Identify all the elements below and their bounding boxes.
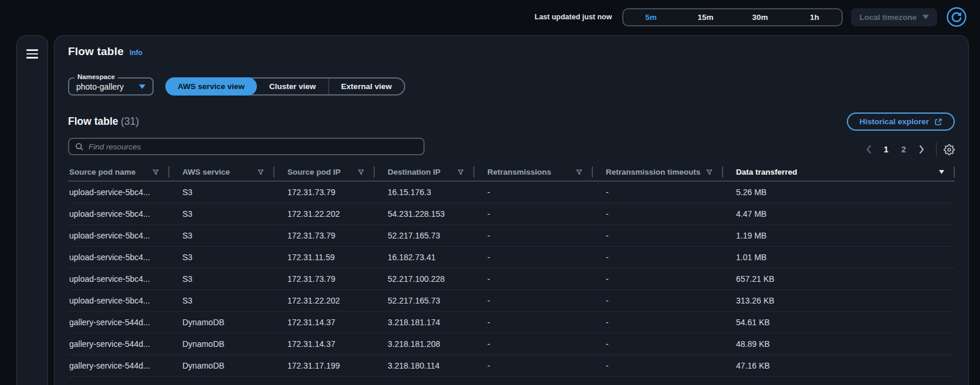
cell-destination-ip: 54.231.228.153 xyxy=(375,203,474,224)
refresh-button[interactable] xyxy=(945,6,968,28)
cell-source-pod-ip: 172.31.73.79 xyxy=(274,182,375,203)
table-row[interactable]: upload-service-5bc4...S3172.31.73.7952.2… xyxy=(68,268,955,290)
table-head: Source pod nameAWS serviceSource pod IPD… xyxy=(68,165,955,182)
cell-source-pod-name: upload-service-5bc4... xyxy=(68,247,169,268)
cell-retransmissions: - xyxy=(474,268,593,289)
table-row[interactable]: upload-service-5bc4...S3172.31.22.20254.… xyxy=(68,203,955,225)
namespace-label: Namespace xyxy=(74,73,118,80)
panel-header: Flow table Info xyxy=(68,45,955,58)
cell-retransmissions: - xyxy=(474,225,593,246)
cell-destination-ip: 16.182.73.41 xyxy=(375,247,474,268)
cell-source-pod-name: upload-service-5bc4... xyxy=(68,182,169,203)
historical-explorer-button[interactable]: Historical explorer xyxy=(847,113,955,131)
cell-data-transferred: 4.47 MB xyxy=(723,203,955,224)
cell-retransmission-timeouts: - xyxy=(593,247,723,268)
cell-source-pod-name: gallery-service-544d... xyxy=(68,312,169,333)
column-header-source-pod-name[interactable]: Source pod name xyxy=(68,165,169,180)
column-header-destination-ip[interactable]: Destination IP xyxy=(375,165,474,180)
cell-data-transferred: 47.16 KB xyxy=(723,355,955,376)
cell-source-pod-ip: 172.31.14.37 xyxy=(274,333,375,355)
cell-retransmission-timeouts: - xyxy=(593,182,723,203)
search-input[interactable] xyxy=(89,142,418,151)
time-range-1h[interactable]: 1h xyxy=(787,9,842,25)
search-icon xyxy=(75,142,84,151)
cell-retransmissions: - xyxy=(474,247,593,268)
last-updated-text: Last updated just now xyxy=(535,13,612,21)
cell-retransmission-timeouts: - xyxy=(593,203,723,224)
cell-retransmissions: - xyxy=(474,290,593,311)
timezone-select[interactable]: Local timezone xyxy=(851,8,937,26)
pagination: 12 xyxy=(861,142,955,157)
page-button-2[interactable]: 2 xyxy=(896,142,911,157)
table-settings-button[interactable] xyxy=(944,144,955,155)
cell-data-transferred: 657.21 KB xyxy=(723,268,955,289)
cell-aws-service: DynamoDB xyxy=(169,333,274,355)
info-link[interactable]: Info xyxy=(130,49,143,57)
gear-icon xyxy=(944,144,955,155)
refresh-icon xyxy=(946,6,967,28)
filter-icon[interactable] xyxy=(257,169,264,175)
search-row: 12 xyxy=(68,136,955,157)
column-header-aws-service[interactable]: AWS service xyxy=(169,165,274,180)
chevron-right-icon xyxy=(919,145,924,154)
table-row[interactable]: upload-service-5bc4...S3172.31.22.20252.… xyxy=(68,290,955,312)
cell-source-pod-ip: 172.31.17.199 xyxy=(274,355,375,376)
cell-aws-service: S3 xyxy=(169,290,274,311)
cell-retransmission-timeouts: - xyxy=(593,355,723,376)
filter-icon[interactable] xyxy=(706,169,713,175)
cell-source-pod-ip: 172.31.22.202 xyxy=(274,203,375,224)
table-row[interactable]: upload-service-5bc4...S3172.31.11.5916.1… xyxy=(68,247,955,268)
table-row[interactable]: upload-service-5bc4...S3172.31.73.7916.1… xyxy=(68,182,955,203)
view-tab-external-view[interactable]: External view xyxy=(328,79,404,94)
time-range-15m[interactable]: 15m xyxy=(678,9,733,25)
column-header-retransmissions[interactable]: Retransmissions xyxy=(474,165,593,180)
next-page-button[interactable] xyxy=(914,142,929,157)
cell-source-pod-ip: 172.31.11.59 xyxy=(274,247,375,268)
column-header-data-transferred[interactable]: Data transferred xyxy=(723,165,955,180)
view-tab-aws-service-view[interactable]: AWS service view xyxy=(165,77,257,96)
filter-icon[interactable] xyxy=(576,169,582,175)
cell-retransmissions: - xyxy=(474,333,593,355)
table-row[interactable]: gallery-service-544d...DynamoDB172.31.14… xyxy=(68,333,955,355)
cell-data-transferred: 5.26 MB xyxy=(723,182,955,203)
time-range-30m[interactable]: 30m xyxy=(733,9,787,25)
top-bar: Last updated just now 5m15m30m1h Local t… xyxy=(0,0,980,34)
cell-source-pod-ip: 172.31.22.202 xyxy=(274,290,375,311)
cell-retransmission-timeouts: - xyxy=(593,312,723,333)
table-heading: Flow table (31) xyxy=(68,115,139,128)
table-row[interactable]: upload-service-5bc4...S3172.31.73.7952.2… xyxy=(68,225,955,247)
cell-aws-service: DynamoDB xyxy=(169,312,274,333)
time-range-group: 5m15m30m1h xyxy=(622,8,843,26)
cell-retransmission-timeouts: - xyxy=(593,225,723,246)
namespace-value: photo-gallery xyxy=(76,82,124,91)
table-row[interactable]: gallery-service-544d...DynamoDB172.31.17… xyxy=(68,355,955,377)
previous-page-button[interactable] xyxy=(861,142,876,157)
cell-source-pod-ip: 172.31.73.79 xyxy=(274,268,375,289)
namespace-select[interactable]: Namespace photo-gallery xyxy=(68,77,154,96)
page-button-1[interactable]: 1 xyxy=(879,142,894,157)
table-count: (31) xyxy=(121,115,139,127)
filter-icon[interactable] xyxy=(152,169,159,175)
cell-destination-ip: 16.15.176.3 xyxy=(375,182,474,203)
cell-source-pod-name: upload-service-5bc4... xyxy=(68,225,169,246)
menu-button[interactable] xyxy=(26,49,38,385)
flow-table-panel: Flow table Info Namespace photo-gallery … xyxy=(54,35,969,385)
timezone-label: Local timezone xyxy=(859,13,917,22)
divider xyxy=(936,142,937,156)
table-row[interactable]: gallery-service-544d...DynamoDB172.31.14… xyxy=(68,312,955,333)
search-box xyxy=(68,138,425,155)
view-switcher: AWS service viewCluster viewExternal vie… xyxy=(165,77,405,96)
column-header-retransmission-timeouts[interactable]: Retransmission timeouts xyxy=(593,165,723,180)
view-tab-cluster-view[interactable]: Cluster view xyxy=(257,79,328,94)
cell-destination-ip: 3.218.181.174 xyxy=(375,312,474,333)
cell-destination-ip: 52.217.100.228 xyxy=(375,268,474,289)
sidebar xyxy=(16,35,48,385)
filter-icon[interactable] xyxy=(457,169,464,175)
cell-aws-service: S3 xyxy=(169,268,274,289)
column-header-source-pod-ip[interactable]: Source pod IP xyxy=(274,165,375,180)
cell-retransmission-timeouts: - xyxy=(593,290,723,311)
time-range-5m[interactable]: 5m xyxy=(623,9,678,25)
cell-source-pod-name: upload-service-5bc4... xyxy=(68,290,169,311)
filter-icon[interactable] xyxy=(358,169,364,175)
cell-retransmissions: - xyxy=(474,355,593,376)
